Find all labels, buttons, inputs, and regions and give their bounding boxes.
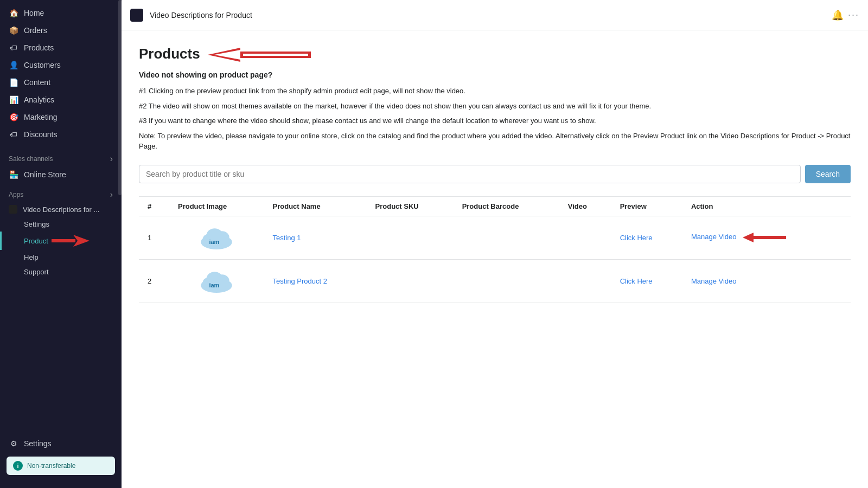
col-product-barcode: Product Barcode <box>454 196 559 216</box>
product-image-1: iam <box>197 223 235 253</box>
sidebar-sub-settings[interactable]: Settings <box>0 217 122 232</box>
customers-icon: 👤 <box>9 61 18 69</box>
sidebar-item-orders[interactable]: 📦 Orders <box>0 22 122 39</box>
info-text-3: #3 If you want to change where the video… <box>139 115 851 126</box>
sidebar-item-home[interactable]: 🏠 Home <box>0 4 122 22</box>
home-icon: 🏠 <box>9 9 18 17</box>
app-icon <box>9 205 17 214</box>
search-button[interactable]: Search <box>805 165 851 183</box>
col-preview: Preview <box>611 196 682 216</box>
manage-video-link-1[interactable]: Manage Video <box>691 233 737 241</box>
page-title: Products <box>139 46 200 62</box>
products-arrow-icon <box>208 43 316 66</box>
sidebar-item-analytics[interactable]: 📊 Analytics <box>0 91 122 108</box>
topbar-app-icon <box>130 9 143 22</box>
row1-name: Testing 1 <box>264 216 367 259</box>
info-icon: i <box>13 461 23 471</box>
title-row: Products <box>139 43 851 66</box>
sidebar-sub-support[interactable]: Support <box>0 265 122 279</box>
col-product-image: Product Image <box>169 196 264 216</box>
row1-video <box>559 216 611 259</box>
row2-sku <box>367 259 454 303</box>
svg-marker-13 <box>743 233 754 242</box>
sidebar-sub-help[interactable]: Help <box>0 250 122 265</box>
manage-video-arrow-icon <box>743 232 792 243</box>
product-image-2: iam <box>197 266 235 296</box>
content-icon: 📄 <box>9 78 18 87</box>
svg-marker-0 <box>73 235 90 247</box>
row2-num: 2 <box>139 259 169 303</box>
sidebar-item-discounts[interactable]: 🏷 Discounts <box>0 126 122 143</box>
info-text-1: #1 Clicking on the preview product link … <box>139 86 851 97</box>
online-store-icon: 🏪 <box>9 170 18 179</box>
search-row: Search <box>139 165 851 183</box>
svg-text:iam: iam <box>209 238 220 245</box>
sidebar-item-content[interactable]: 📄 Content <box>0 74 122 91</box>
row2-preview: Click Here <box>611 259 682 303</box>
row1-sku <box>367 216 454 259</box>
table-row: 2 iam Testing P <box>139 259 851 303</box>
products-table: # Product Image Product Name Product SKU… <box>139 196 851 303</box>
analytics-icon: 📊 <box>9 95 18 104</box>
products-icon: 🏷 <box>9 43 18 52</box>
topbar-title: Video Descriptions for Product <box>150 11 825 20</box>
col-num: # <box>139 196 169 216</box>
svg-text:iam: iam <box>209 281 220 288</box>
sidebar-item-video-descriptions[interactable]: Video Descriptions for ... <box>0 202 122 217</box>
svg-rect-12 <box>754 236 786 239</box>
row2-barcode <box>454 259 559 303</box>
sidebar: 🏠 Home 📦 Orders 🏷 Products 👤 Customers 📄… <box>0 0 122 488</box>
sidebar-item-online-store[interactable]: 🏪 Online Store <box>0 166 122 183</box>
table-row: 1 iam <box>139 216 851 259</box>
row1-image: iam <box>169 216 264 259</box>
product-name-link-1[interactable]: Testing 1 <box>273 234 301 242</box>
orders-icon: 📦 <box>9 26 18 35</box>
note-text: Note: To preview the video, please navig… <box>139 131 851 152</box>
product-name-link-2[interactable]: Testing Product 2 <box>273 277 327 285</box>
main-area: Video Descriptions for Product 🔔 ··· Pro… <box>122 0 868 488</box>
preview-link-1[interactable]: Click Here <box>620 234 653 242</box>
preview-link-2[interactable]: Click Here <box>620 277 653 285</box>
apps-label: Apps › <box>0 183 122 202</box>
sidebar-item-settings[interactable]: ⚙ Settings <box>0 435 122 452</box>
col-product-sku: Product SKU <box>367 196 454 216</box>
info-section: Video not showing on product page? #1 Cl… <box>139 70 851 152</box>
topbar-actions: 🔔 ··· <box>832 9 859 21</box>
sales-channels-label: Sales channels › <box>0 147 122 166</box>
row2-name: Testing Product 2 <box>264 259 367 303</box>
col-product-name: Product Name <box>264 196 367 216</box>
row1-num: 1 <box>139 216 169 259</box>
sidebar-sub-product[interactable]: Product <box>0 232 122 250</box>
sidebar-item-products[interactable]: 🏷 Products <box>0 39 122 56</box>
settings-icon: ⚙ <box>9 439 18 448</box>
marketing-icon: 🎯 <box>9 113 18 121</box>
row2-image: iam <box>169 259 264 303</box>
bell-icon[interactable]: 🔔 <box>832 9 844 21</box>
search-input[interactable] <box>139 165 801 183</box>
info-text-2: #2 The video will show on most themes av… <box>139 101 851 112</box>
sidebar-item-customers[interactable]: 👤 Customers <box>0 56 122 74</box>
svg-rect-1 <box>52 239 75 242</box>
discounts-icon: 🏷 <box>9 130 18 139</box>
non-transferable-badge: i Non-transferable <box>7 457 115 475</box>
col-action: Action <box>682 196 851 216</box>
product-arrow-icon <box>52 235 90 247</box>
sidebar-item-marketing[interactable]: 🎯 Marketing <box>0 108 122 126</box>
row2-action: Manage Video <box>682 259 851 303</box>
svg-rect-4 <box>243 54 308 56</box>
topbar: Video Descriptions for Product 🔔 ··· <box>122 0 868 30</box>
row2-video <box>559 259 611 303</box>
content-area: Products Video not showing on product pa… <box>122 30 868 488</box>
manage-video-link-2[interactable]: Manage Video <box>691 277 737 285</box>
video-not-showing-label: Video not showing on product page? <box>139 70 851 79</box>
row1-action: Manage Video <box>682 216 851 259</box>
row1-preview: Click Here <box>611 216 682 259</box>
more-options-icon[interactable]: ··· <box>848 9 859 21</box>
col-video: Video <box>559 196 611 216</box>
row1-barcode <box>454 216 559 259</box>
table-header-row: # Product Image Product Name Product SKU… <box>139 196 851 216</box>
